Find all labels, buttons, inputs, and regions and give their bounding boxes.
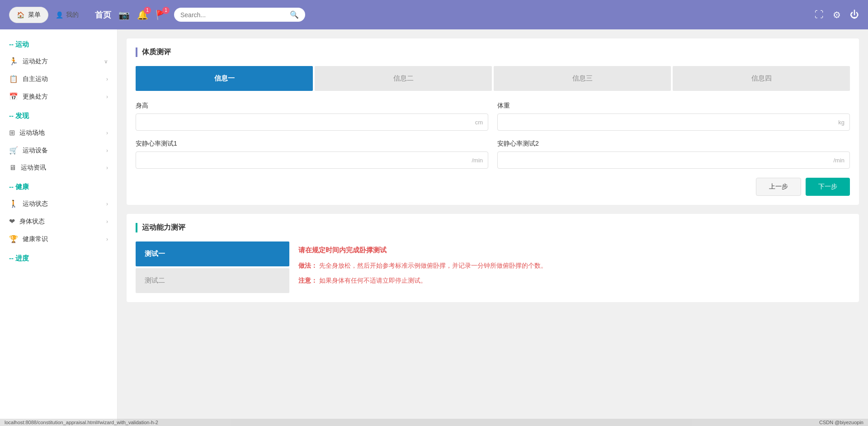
- sidebar-label-sports-news: 运动资讯: [21, 164, 46, 172]
- chevron-right-icon: ›: [106, 76, 108, 82]
- sidebar-section-progress: -- 进度: [0, 248, 117, 266]
- exercise-prescription-icon: 🏃: [9, 57, 18, 66]
- main-layout: -- 运动 🏃 运动处方 ∨ 📋 自主运动 › 📅 更换处方 › -- 发现: [0, 29, 868, 426]
- instruction-note-text: 如果身体有任何不适请立即停止测试。: [319, 277, 427, 284]
- settings-button[interactable]: ⚙: [833, 9, 841, 20]
- exercise-tab-list: 测试一 测试二: [136, 241, 289, 293]
- nav-buttons-1: 上一步 下一步: [136, 178, 850, 196]
- menu-button[interactable]: 🏠 菜单: [9, 7, 48, 23]
- sidebar: -- 运动 🏃 运动处方 ∨ 📋 自主运动 › 📅 更换处方 › -- 发现: [0, 29, 118, 426]
- sidebar-item-sports-equipment[interactable]: 🛒 运动设备 ›: [0, 142, 117, 159]
- sidebar-label-sports-equipment: 运动设备: [23, 147, 48, 155]
- status-url: localhost:8088/constitution_appraisal.ht…: [5, 420, 158, 425]
- tab-info-one[interactable]: 信息一: [136, 66, 313, 91]
- instruction-method-text: 先全身放松，然后开始参考标准示例做俯卧撑，并记录一分钟所做俯卧撑的个数。: [319, 262, 547, 269]
- sidebar-item-sports-venue[interactable]: ⊞ 运动场地 ›: [0, 124, 117, 142]
- tab-info-two[interactable]: 信息二: [315, 66, 492, 91]
- chevron-right-icon-5: ›: [106, 165, 108, 171]
- exercise-content: 请在规定时间内完成卧撑测试 做法： 先全身放松，然后开始参考标准示例做俯卧撑，并…: [289, 241, 850, 293]
- instruction-note-label: 注意：: [298, 277, 317, 284]
- my-label: 我的: [66, 11, 79, 19]
- tab-info-three[interactable]: 信息三: [494, 66, 671, 91]
- sidebar-item-exercise-status[interactable]: 🚶 运动状态 ›: [0, 195, 117, 213]
- sidebar-item-body-status[interactable]: ❤ 身体状态 ›: [0, 213, 117, 230]
- weight-input-wrapper: kg: [497, 114, 850, 131]
- sports-venue-icon: ⊞: [9, 128, 15, 137]
- next-button[interactable]: 下一步: [806, 178, 850, 196]
- weight-unit: kg: [838, 119, 844, 126]
- flag-button[interactable]: 🚩 1: [156, 9, 167, 20]
- heart-rate2-wrapper: /min: [497, 151, 850, 169]
- sidebar-label-sports-venue: 运动场地: [19, 129, 45, 137]
- health-knowledge-icon: 🏆: [9, 235, 18, 243]
- flag-badge: 1: [162, 7, 170, 14]
- sidebar-section-sport: -- 运动: [0, 34, 117, 52]
- camera-button[interactable]: 📷: [118, 9, 130, 20]
- nav-right-buttons: ⛶ ⚙ ⏻: [815, 9, 859, 20]
- heart-rate2-input[interactable]: [497, 151, 850, 169]
- notification-button[interactable]: 🔔 1: [137, 9, 148, 20]
- home-nav-label[interactable]: 首页: [95, 9, 111, 20]
- heart-rate1-unit: /min: [472, 157, 483, 164]
- instruction-note: 注意： 如果身体有任何不适请立即停止测试。: [298, 275, 841, 286]
- my-button[interactable]: 👤 我的: [56, 11, 79, 19]
- sidebar-item-sports-news[interactable]: 🖥 运动资讯 ›: [0, 159, 117, 176]
- exercise-tab-test2[interactable]: 测试二: [136, 268, 289, 293]
- weight-group: 体重 kg: [497, 102, 850, 131]
- heart-rate2-label: 安静心率测试2: [497, 140, 850, 148]
- chevron-right-icon-3: ›: [106, 130, 108, 136]
- search-icon: 🔍: [290, 10, 299, 19]
- sidebar-label-exercise-status: 运动状态: [23, 200, 48, 208]
- chevron-down-icon: ∨: [104, 58, 108, 65]
- sidebar-item-health-knowledge[interactable]: 🏆 健康常识 ›: [0, 230, 117, 248]
- fullscreen-button[interactable]: ⛶: [815, 9, 824, 20]
- heart-rate1-label: 安静心率测试1: [136, 140, 488, 148]
- search-bar: 🔍: [174, 8, 305, 22]
- top-navigation: 🏠 菜单 👤 我的 首页 📷 🔔 1 🚩 1 🔍 ⛶ ⚙ ⏻: [0, 0, 868, 29]
- chevron-right-icon-7: ›: [106, 218, 108, 225]
- sidebar-item-change-prescription[interactable]: 📅 更换处方 ›: [0, 88, 117, 105]
- height-label: 身高: [136, 102, 488, 110]
- sidebar-label-change-prescription: 更换处方: [23, 93, 48, 101]
- weight-input[interactable]: [497, 114, 850, 131]
- exercise-tab-test1[interactable]: 测试一: [136, 241, 289, 266]
- height-unit: cm: [475, 119, 483, 126]
- heart-rate2-group: 安静心率测试2 /min: [497, 140, 850, 169]
- height-input-wrapper: cm: [136, 114, 488, 131]
- chevron-right-icon-2: ›: [106, 94, 108, 100]
- exercise-ability-title: 运动能力测评: [136, 223, 850, 232]
- prev-button[interactable]: 上一步: [756, 178, 801, 196]
- tab-info-four[interactable]: 信息四: [673, 66, 850, 91]
- height-input[interactable]: [136, 114, 488, 131]
- form-row-2: 安静心率测试1 /min 安静心率测试2 /min: [136, 140, 850, 169]
- heart-rate1-input[interactable]: [136, 151, 488, 169]
- sidebar-label-exercise-prescription: 运动处方: [23, 57, 48, 66]
- sidebar-item-exercise-prescription[interactable]: 🏃 运动处方 ∨: [0, 52, 117, 70]
- self-exercise-icon: 📋: [9, 75, 18, 83]
- info-tabs: 信息一 信息二 信息三 信息四: [136, 66, 850, 91]
- sidebar-section-health: -- 健康: [0, 176, 117, 195]
- chevron-right-icon-8: ›: [106, 236, 108, 242]
- instruction-method: 做法： 先全身放松，然后开始参考标准示例做俯卧撑，并记录一分钟所做俯卧撑的个数。: [298, 260, 841, 271]
- sidebar-label-self-exercise: 自主运动: [23, 75, 48, 83]
- constitution-appraisal-card: 体质测评 信息一 信息二 信息三 信息四 身高 cm 体重: [127, 38, 859, 205]
- heart-rate1-group: 安静心率测试1 /min: [136, 140, 488, 169]
- sidebar-label-body-status: 身体状态: [19, 218, 45, 226]
- height-group: 身高 cm: [136, 102, 488, 131]
- menu-label: 菜单: [28, 11, 41, 19]
- weight-label: 体重: [497, 102, 850, 110]
- chevron-right-icon-4: ›: [106, 147, 108, 154]
- sports-news-icon: 🖥: [9, 164, 16, 172]
- form-row-1: 身高 cm 体重 kg: [136, 102, 850, 131]
- heart-rate1-wrapper: /min: [136, 151, 488, 169]
- exercise-layout: 测试一 测试二 请在规定时间内完成卧撑测试 做法： 先全身放松，然后开始参考标准…: [136, 241, 850, 293]
- user-icon: 👤: [56, 11, 63, 19]
- constitution-title: 体质测评: [136, 47, 850, 57]
- status-credit: CSDN @biyezuopin: [819, 420, 863, 425]
- main-content: 体质测评 信息一 信息二 信息三 信息四 身高 cm 体重: [118, 29, 868, 426]
- exercise-ability-card: 运动能力测评 测试一 测试二 请在规定时间内完成卧撑测试 做法： 先全身放松，然…: [127, 214, 859, 302]
- power-button[interactable]: ⏻: [850, 9, 859, 20]
- search-input[interactable]: [180, 11, 286, 19]
- instruction-title: 请在规定时间内完成卧撑测试: [298, 246, 841, 255]
- sidebar-item-self-exercise[interactable]: 📋 自主运动 ›: [0, 70, 117, 88]
